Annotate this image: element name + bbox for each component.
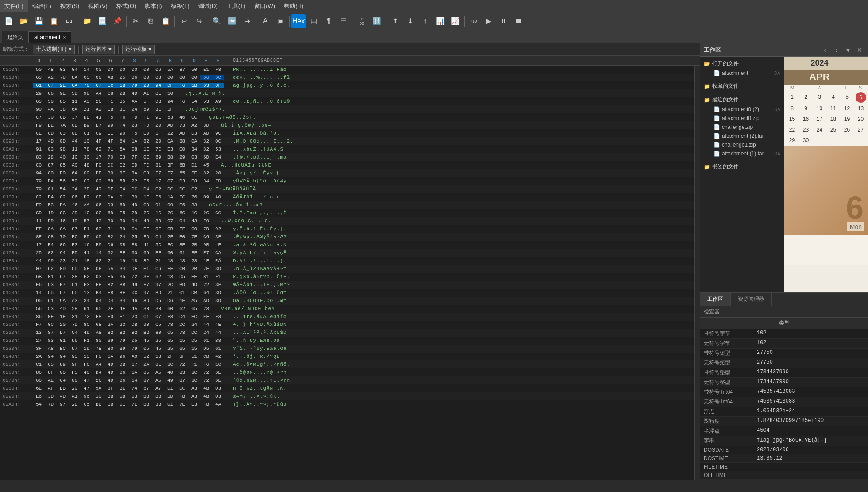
hex-byte[interactable]: DC bbox=[105, 163, 116, 168]
hex-byte[interactable]: 79 bbox=[128, 346, 140, 351]
hex-byte[interactable]: A1 bbox=[69, 394, 81, 399]
hex-byte[interactable]: 82 bbox=[140, 139, 152, 144]
hex-byte[interactable]: 27 bbox=[33, 338, 45, 343]
hex-byte[interactable]: C4 bbox=[69, 330, 81, 335]
hex-byte[interactable]: 13 bbox=[164, 274, 176, 279]
hex-byte[interactable]: 24 bbox=[188, 322, 200, 327]
hex-byte[interactable]: 6D bbox=[116, 202, 128, 208]
hex-byte[interactable]: 18 bbox=[81, 258, 93, 263]
tab-attachment[interactable]: attachment × bbox=[28, 31, 71, 43]
hex-byte[interactable]: 1F bbox=[152, 131, 164, 136]
hex-byte[interactable]: 97 bbox=[140, 290, 152, 295]
hex-byte[interactable]: 4A bbox=[212, 402, 224, 407]
hex-byte[interactable]: D4 bbox=[176, 314, 188, 319]
hex-byte[interactable]: 25 bbox=[152, 338, 164, 343]
hex-byte[interactable]: 6E bbox=[212, 370, 224, 375]
hex-byte[interactable]: 87 bbox=[45, 163, 57, 168]
hex-byte[interactable]: 4F bbox=[105, 139, 116, 144]
hex-byte[interactable]: 3C bbox=[188, 370, 200, 375]
hex-byte[interactable]: 3A bbox=[69, 186, 81, 192]
hex-byte[interactable]: C6 bbox=[152, 266, 164, 271]
hex-byte[interactable]: 01 bbox=[176, 290, 188, 295]
hex-byte[interactable]: 2E bbox=[57, 83, 69, 88]
recent-file-1[interactable]: 📄 attachment0 (2) DA bbox=[700, 105, 784, 114]
menubar-item-f[interactable]: 文件(F) bbox=[0, 0, 28, 12]
hex-byte[interactable]: 1F bbox=[164, 107, 176, 112]
hex-byte[interactable]: 85 bbox=[140, 370, 152, 375]
hex-byte[interactable]: 4D bbox=[128, 202, 140, 208]
hex-byte[interactable]: 45 bbox=[200, 163, 212, 168]
hex-byte[interactable]: 78 bbox=[81, 147, 93, 152]
hex-byte[interactable]: 64 bbox=[200, 290, 212, 295]
hex-byte[interactable]: F9 bbox=[33, 202, 45, 208]
hex-byte[interactable]: EC bbox=[105, 83, 116, 88]
hex-byte[interactable]: F7 bbox=[152, 170, 164, 176]
hex-byte[interactable]: 3D bbox=[200, 123, 212, 128]
hex-byte[interactable]: 1B bbox=[105, 402, 116, 407]
hex-byte[interactable]: 13 bbox=[33, 330, 45, 335]
hex-byte[interactable]: C8 bbox=[140, 170, 152, 176]
hex-byte[interactable]: 9E bbox=[152, 115, 164, 120]
hex-byte[interactable]: 23 bbox=[116, 322, 128, 327]
hex-byte[interactable]: 23 bbox=[128, 123, 140, 128]
hex-byte[interactable]: 2A bbox=[33, 354, 45, 359]
hex-byte[interactable]: 96 bbox=[69, 338, 81, 343]
hex-byte[interactable]: DE bbox=[81, 115, 93, 120]
hex-byte[interactable]: 7A bbox=[57, 123, 69, 128]
hex-byte[interactable]: 0A bbox=[105, 194, 116, 200]
hex-byte[interactable]: F0 bbox=[93, 163, 105, 168]
hex-byte[interactable]: 7E bbox=[128, 402, 140, 407]
hex-byte[interactable]: F8 bbox=[212, 67, 224, 72]
hex-byte[interactable]: C5 bbox=[69, 266, 81, 271]
hex-byte[interactable]: 24 bbox=[128, 107, 140, 112]
hex-byte[interactable]: 0D bbox=[93, 234, 105, 240]
hex-byte[interactable]: 50 bbox=[33, 67, 45, 72]
toolbar-copy2-btn[interactable]: ⎘ bbox=[143, 14, 158, 28]
hex-byte[interactable]: 30 bbox=[116, 218, 128, 224]
hex-byte[interactable]: EF bbox=[93, 282, 105, 287]
recent-file-6[interactable]: 📄 attachment (1).tar DA bbox=[700, 149, 784, 158]
hex-byte[interactable]: 20 bbox=[152, 123, 164, 128]
hex-byte[interactable]: 44 bbox=[33, 258, 45, 263]
hex-byte[interactable]: 3C bbox=[164, 362, 176, 367]
calendar-day[interactable]: 30 bbox=[799, 136, 812, 145]
hex-byte[interactable]: C3 bbox=[57, 131, 69, 136]
toolbar-find-btn[interactable]: 🔍 bbox=[210, 14, 224, 28]
hex-byte[interactable]: BE bbox=[152, 91, 164, 96]
hex-byte[interactable]: 10 bbox=[93, 394, 105, 399]
hex-byte[interactable]: 60 bbox=[128, 250, 140, 256]
hex-byte[interactable]: 14 bbox=[81, 67, 93, 72]
hex-byte[interactable]: AE bbox=[45, 378, 57, 383]
toolbar-new-btn[interactable]: 📄 bbox=[2, 14, 16, 28]
hex-byte[interactable]: 53 bbox=[45, 202, 57, 208]
hex-byte[interactable]: 96 bbox=[116, 354, 128, 359]
hex-byte[interactable]: 1F bbox=[200, 258, 212, 263]
hex-byte[interactable]: DC bbox=[176, 186, 188, 192]
hex-byte[interactable]: F6 bbox=[81, 362, 93, 367]
hex-byte[interactable]: AD bbox=[200, 131, 212, 136]
calendar-day[interactable]: 4 bbox=[827, 92, 840, 103]
hex-byte[interactable]: C2 bbox=[57, 194, 69, 200]
hex-byte[interactable]: 71 bbox=[105, 147, 116, 152]
hex-byte[interactable]: 9A bbox=[57, 298, 69, 303]
recent-file-3[interactable]: 📄 challenge.zip bbox=[700, 123, 784, 132]
hex-byte[interactable]: 11 bbox=[69, 99, 81, 104]
hex-byte[interactable]: DB bbox=[152, 99, 164, 104]
hex-byte[interactable]: BB bbox=[116, 282, 128, 287]
hex-byte[interactable]: 74 bbox=[128, 386, 140, 391]
hex-byte[interactable]: 6A bbox=[105, 354, 116, 359]
hex-byte[interactable]: 11 bbox=[33, 218, 45, 224]
hex-byte[interactable]: E0 bbox=[176, 234, 188, 240]
hex-byte[interactable]: AB bbox=[105, 75, 116, 80]
hex-byte[interactable]: A8 bbox=[45, 346, 57, 351]
hex-byte[interactable]: 72 bbox=[200, 378, 212, 383]
encoding-dropdown[interactable]: 十六进制(H) ▼ bbox=[33, 45, 75, 54]
hex-byte[interactable]: 1B bbox=[116, 83, 128, 88]
hex-byte[interactable]: 61 bbox=[176, 250, 188, 256]
tab-file-manager[interactable]: 资源管理器 bbox=[731, 293, 772, 306]
hex-byte[interactable]: AF bbox=[45, 386, 57, 391]
hex-byte[interactable]: E3 bbox=[116, 155, 128, 160]
hex-byte[interactable]: 2F bbox=[105, 306, 116, 311]
hex-byte[interactable]: D4 bbox=[105, 298, 116, 303]
hex-byte[interactable]: A9 bbox=[212, 99, 224, 104]
